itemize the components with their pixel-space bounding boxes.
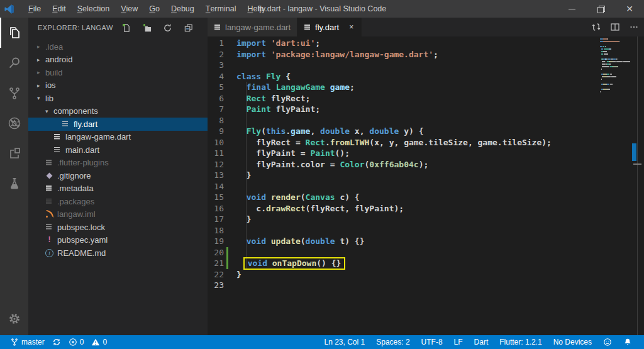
code-line-11[interactable]: 11 flyPaint = Paint(); xyxy=(208,148,644,159)
tab-langaw-game-dart[interactable]: langaw-game.dart xyxy=(208,18,297,36)
activity-explorer[interactable] xyxy=(0,18,28,48)
statusbar-encoding[interactable]: UTF-8 xyxy=(416,335,448,349)
minimap-line xyxy=(600,41,633,42)
tree-item-langaw-iml[interactable]: langaw.iml xyxy=(28,208,208,221)
tree-item-pubspec-lock[interactable]: pubspec.lock xyxy=(28,221,208,234)
tree-item--metadata[interactable]: .metadata xyxy=(28,182,208,196)
error-count: 0 xyxy=(80,338,84,346)
new-folder-button[interactable] xyxy=(141,22,152,33)
minimap-line xyxy=(600,76,633,77)
split-editor-icon[interactable] xyxy=(610,22,620,32)
tab-close-button[interactable]: × xyxy=(348,23,355,31)
menu-selection[interactable]: Selection xyxy=(72,0,115,18)
beaker-icon xyxy=(7,176,22,191)
code-line-23[interactable]: 23 xyxy=(208,280,644,291)
tree-item-label: langaw.iml xyxy=(57,209,96,219)
code-line-12[interactable]: 12 flyPaint.color = Color(0xff6ab04c); xyxy=(208,159,644,170)
warning-icon xyxy=(91,338,100,346)
code-line-1[interactable]: 1import 'dart:ui'; xyxy=(208,38,644,49)
statusbar-feedback[interactable] xyxy=(597,335,618,349)
statusbar-eol[interactable]: LF xyxy=(448,335,469,349)
tree-item-pubspec-yaml[interactable]: !pubspec.yaml xyxy=(28,234,208,247)
code-line-18[interactable]: 18 xyxy=(208,225,644,236)
code-line-20[interactable]: 20 xyxy=(208,247,644,258)
activity-source-control[interactable] xyxy=(0,78,28,108)
code-line-3[interactable]: 3 xyxy=(208,60,644,71)
statusbar-sync[interactable] xyxy=(48,335,65,349)
code-line-5[interactable]: 5 final LangawGame game; xyxy=(208,82,644,93)
activity-test[interactable] xyxy=(0,169,28,199)
code-line-15[interactable]: 15 void render(Canvas c) { xyxy=(208,192,644,203)
code-editor[interactable]: 1import 'dart:ui';2import 'package:langa… xyxy=(208,36,644,335)
close-button[interactable]: ✕ xyxy=(615,0,644,18)
code-line-22[interactable]: 22} xyxy=(208,269,644,280)
statusbar-right: Ln 23, Col 1 Spaces: 2 UTF-8 LF Dart Flu… xyxy=(318,335,638,349)
minimap[interactable] xyxy=(600,38,633,96)
menu-terminal[interactable]: Terminal xyxy=(200,0,242,18)
tree-item-ios[interactable]: ▸ios xyxy=(28,79,208,92)
more-actions-icon[interactable] xyxy=(629,22,639,32)
git-gutter xyxy=(226,60,228,71)
line-number: 21 xyxy=(208,258,224,268)
code-line-21[interactable]: 21 void onTapDown() {} xyxy=(208,258,644,269)
overview-ruler[interactable] xyxy=(633,36,644,335)
menu-file[interactable]: File xyxy=(23,0,47,18)
git-added-gutter xyxy=(226,258,228,269)
menu-debug[interactable]: Debug xyxy=(165,0,200,18)
code-line-9[interactable]: 9 Fly(this.game, double x, double y) { xyxy=(208,126,644,137)
code-line-16[interactable]: 16 c.drawRect(flyRect, flyPaint); xyxy=(208,203,644,214)
file-tree: ▸.idea▸android▸build▸ios▾lib▾componentsf… xyxy=(28,40,208,260)
tree-item-readme-md[interactable]: iREADME.md xyxy=(28,247,208,260)
code-line-4[interactable]: 4class Fly { xyxy=(208,71,644,82)
tab-fly-dart[interactable]: fly.dart × xyxy=(297,18,362,36)
activity-search[interactable] xyxy=(0,48,28,78)
explorer-title: EXPLORER: LANGAW xyxy=(38,24,113,31)
tree-item-langaw-game-dart[interactable]: langaw-game.dart xyxy=(28,131,208,144)
tree-item-fly-dart[interactable]: fly.dart xyxy=(28,118,208,131)
code-line-17[interactable]: 17 } xyxy=(208,214,644,225)
statusbar-warnings[interactable]: 0 xyxy=(87,335,111,349)
code-line-8[interactable]: 8 xyxy=(208,115,644,126)
minimap-line xyxy=(600,61,633,62)
code-line-6[interactable]: 6 Rect flyRect; xyxy=(208,93,644,104)
menu-go[interactable]: Go xyxy=(143,0,165,18)
tree-item-lib[interactable]: ▾lib xyxy=(28,92,208,105)
statusbar-indentation[interactable]: Spaces: 2 xyxy=(370,335,415,349)
statusbar-flutter-version[interactable]: Flutter: 1.2.1 xyxy=(494,335,547,349)
activity-extensions[interactable] xyxy=(0,138,28,169)
statusbar-notifications[interactable] xyxy=(618,335,638,349)
tree-item-main-dart[interactable]: main.dart xyxy=(28,143,208,157)
statusbar-cursor-position[interactable]: Ln 23, Col 1 xyxy=(318,335,370,349)
tree-item--packages[interactable]: .packages xyxy=(28,195,208,208)
code-line-7[interactable]: 7 Paint flyPaint; xyxy=(208,104,644,115)
minimap-line xyxy=(600,43,633,45)
tree-item-android[interactable]: ▸android xyxy=(28,53,208,67)
git-gutter xyxy=(226,236,228,247)
tree-item--idea[interactable]: ▸.idea xyxy=(28,40,208,53)
code-line-10[interactable]: 10 flyRect = Rect.fromLTWH(x, y, game.ti… xyxy=(208,137,644,148)
open-changes-icon[interactable] xyxy=(591,22,601,32)
warning-count: 0 xyxy=(103,338,107,346)
refresh-button[interactable] xyxy=(162,22,173,33)
collapse-folders-button[interactable] xyxy=(182,22,194,33)
tree-item-build[interactable]: ▸build xyxy=(28,66,208,79)
restore-button[interactable] xyxy=(586,0,615,18)
tree-item--flutter-plugins[interactable]: .flutter-plugins xyxy=(28,157,208,170)
menu-view[interactable]: View xyxy=(115,0,143,18)
activity-debug[interactable] xyxy=(0,108,28,138)
tree-item--gitignore[interactable]: .gitignore xyxy=(28,169,208,182)
editor-group: langaw-game.dart fly.dart × 1import 'dar… xyxy=(208,18,644,335)
statusbar-language[interactable]: Dart xyxy=(469,335,494,349)
menu-edit[interactable]: Edit xyxy=(47,0,72,18)
statusbar-devices[interactable]: No Devices xyxy=(548,335,597,349)
statusbar-branch[interactable]: master xyxy=(6,335,48,349)
new-file-button[interactable] xyxy=(120,22,131,33)
code-line-2[interactable]: 2import 'package:langaw/langaw-game.dart… xyxy=(208,49,644,60)
minimize-button[interactable] xyxy=(557,0,586,18)
activity-settings[interactable] xyxy=(0,304,28,334)
code-line-14[interactable]: 14 xyxy=(208,181,644,192)
statusbar-errors[interactable]: 0 xyxy=(65,335,88,349)
code-line-13[interactable]: 13 } xyxy=(208,170,644,181)
code-line-19[interactable]: 19 void update(double t) {} xyxy=(208,236,644,247)
tree-item-components[interactable]: ▾components xyxy=(28,105,208,118)
